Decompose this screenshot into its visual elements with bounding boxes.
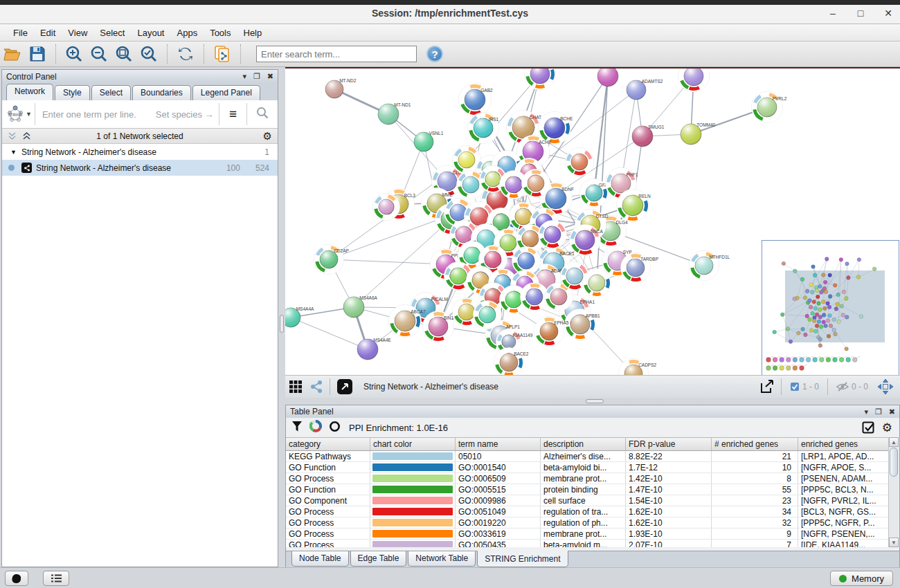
network-node[interactable]: CADPS2 [619,359,657,376]
network-node[interactable]: BACE2 [494,348,529,376]
table-row[interactable]: GO ProcessGO:0050435beta-amyloid m...2.0… [286,540,889,547]
task-history-button[interactable] [43,571,69,586]
column-header-category[interactable]: category [286,438,370,450]
table-row[interactable]: GO FunctionGO:0005515protein binding1.47… [286,484,889,495]
tab-string-enrichment[interactable]: STRING Enrichment [477,551,568,567]
network-node[interactable]: MT-ND2 [325,78,357,98]
column-header--enriched-genes[interactable]: # enriched genes [712,438,798,450]
table-row[interactable]: GO ProcessGO:0033619membrane prot...1.93… [286,529,889,540]
scrollbar-thumb[interactable] [890,448,898,477]
column-header-chart-color[interactable]: chart color [370,438,456,450]
tab-network-table[interactable]: Network Table [408,551,476,567]
export-network-button[interactable] [759,379,775,394]
network-node[interactable]: TOMM40 [681,122,716,145]
zoom-in-button[interactable] [64,44,84,64]
network-node[interactable]: MTHFD1L [690,251,730,281]
network-node[interactable]: CD2AP [314,245,349,275]
import-network-button[interactable] [212,44,233,64]
network-node[interactable]: MT-ND1 [378,102,411,125]
network-overview-button[interactable] [5,571,28,586]
network-collection-row[interactable]: ▼ String Network - Alzheimer's disease 1 [2,144,278,160]
network-node[interactable]: ABCA7 [389,305,426,338]
title-bar[interactable]: Session: /tmp/enrichmentTest.cys – □ ✕ [0,0,900,24]
minimize-button[interactable]: – [827,7,839,19]
string-search-button[interactable] [247,107,278,122]
open-in-browser-button[interactable] [337,379,352,394]
draw-charts-button[interactable] [309,420,322,435]
network-node[interactable] [597,68,618,86]
table-row[interactable]: KEGG Pathways05010Alzheimer's dise...8.8… [286,451,889,462]
network-node[interactable]: PVRL2 [752,92,787,123]
panel-menu-icon[interactable]: ▾ [864,407,868,416]
menu-tools[interactable]: Tools [204,26,237,40]
table-row[interactable]: GO ProcessGO:0051049regulation of tra...… [286,506,889,517]
network-node[interactable]: MS4A6A [343,295,378,318]
panel-float-icon[interactable]: ❐ [875,407,882,416]
column-header-enriched-genes[interactable]: enriched genes [798,438,889,450]
network-node[interactable]: MS4A4A [285,306,314,328]
vertical-splitter[interactable] [278,67,285,567]
select-columns-button[interactable] [862,421,875,434]
help-button[interactable]: ? [426,46,443,62]
tab-edge-table[interactable]: Edge Table [350,551,407,567]
network-node[interactable]: MS4A4E [357,338,392,360]
network-row-selected[interactable]: String Network - Alzheimer's disease 100… [2,160,278,176]
table-row[interactable]: GO ProcessGO:0019220regulation of ph...1… [286,517,889,529]
table-row[interactable]: GO ComponentGO:0009986cell surface1.54E-… [286,495,889,506]
tab-legend-panel[interactable]: Legend Panel [192,85,260,100]
network-node[interactable] [373,194,400,221]
network-node[interactable] [678,68,710,92]
scroll-down-arrow[interactable]: ▼ [889,538,899,547]
zoom-fit-button[interactable] [114,44,134,64]
network-node[interactable]: APBB1 [565,309,601,340]
network-node[interactable] [474,301,502,329]
horizontal-splitter[interactable] [285,398,900,405]
string-datasource-button[interactable]: STRING ▼ [2,104,35,124]
reset-charts-button[interactable] [329,421,341,435]
column-header-FDR-p-value[interactable]: FDR p-value [626,438,712,450]
fit-content-button[interactable] [877,378,894,395]
tab-style[interactable]: Style [55,85,90,100]
open-session-button[interactable] [2,44,23,64]
tab-select[interactable]: Select [91,85,131,100]
menu-help[interactable]: Help [237,26,269,40]
share-view-button[interactable] [309,380,323,394]
network-node[interactable]: IRS1 [468,113,499,144]
network-node[interactable]: BIN1 [423,311,454,342]
zoom-out-button[interactable] [89,44,109,64]
menu-select[interactable]: Select [93,26,131,40]
tab-node-table[interactable]: Node Table [291,551,349,567]
close-button[interactable]: ✕ [882,7,894,19]
network-node[interactable]: TARDBP [621,253,659,283]
network-node[interactable] [539,221,567,249]
string-query-input[interactable]: Enter one term per line. [42,109,136,120]
panel-float-icon[interactable]: ❐ [253,72,260,81]
menu-file[interactable]: File [7,26,34,40]
menu-layout[interactable]: Layout [131,26,170,40]
tab-network[interactable]: Network [6,84,53,100]
panel-menu-icon[interactable]: ▾ [242,72,246,81]
menu-view[interactable]: View [62,26,93,40]
network-node[interactable] [583,269,611,297]
panel-close-icon[interactable]: ✖ [267,72,273,81]
panel-close-icon[interactable]: ✖ [889,407,895,416]
menu-edit[interactable]: Edit [34,26,62,40]
table-row[interactable]: GO FunctionGO:0001540beta-amyloid bi...1… [286,462,889,473]
menu-apps[interactable]: Apps [171,26,204,40]
network-node[interactable]: GAB2 [459,84,493,116]
filter-button[interactable] [291,421,303,435]
splitter-handle[interactable] [280,315,284,333]
refresh-button[interactable] [175,44,196,64]
string-options-button[interactable]: ≡ [219,107,246,122]
table-row[interactable]: GO ProcessGO:0006509membrane prot...1.42… [286,473,889,484]
splitter-handle[interactable] [586,399,604,403]
tree-expand-icon[interactable]: ▼ [10,149,17,156]
memory-button[interactable]: Memory [830,571,893,586]
maximize-button[interactable]: □ [854,7,867,19]
column-header-description[interactable]: description [541,438,626,450]
birds-eye-view[interactable] [762,240,899,375]
set-species-link[interactable]: Set species → [156,109,214,120]
zoom-selected-button[interactable] [138,44,159,64]
gear-icon[interactable]: ⚙ [882,421,892,435]
column-header-term-name[interactable]: term name [456,438,541,450]
